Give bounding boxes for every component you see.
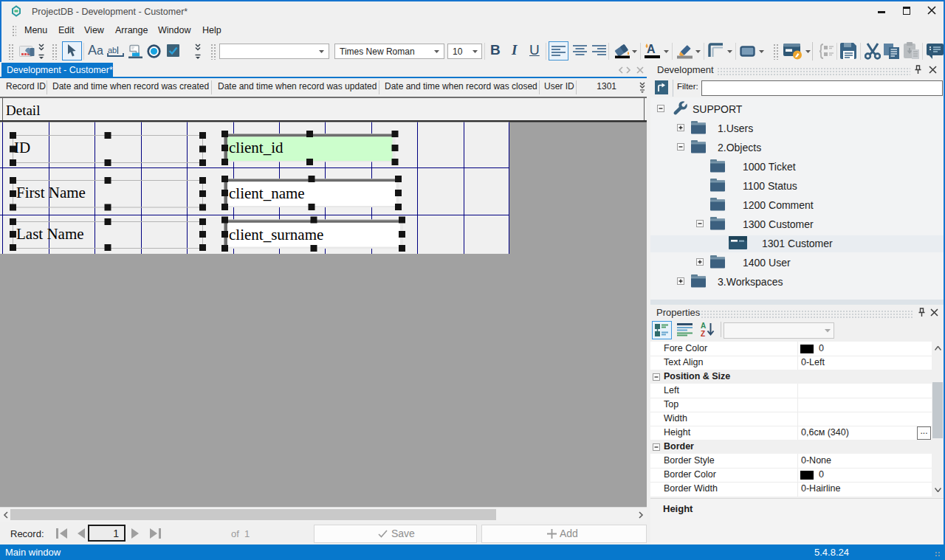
svg-text:client_id: client_id (229, 139, 284, 156)
svg-text:First Name: First Name (16, 184, 86, 201)
svg-text:Z: Z (701, 330, 705, 337)
svg-text:ab: ab (108, 46, 117, 55)
svg-text:ID: ID (14, 139, 30, 156)
svg-text:Last Name: Last Name (16, 225, 84, 243)
svg-text:client_name: client_name (229, 184, 305, 202)
svg-text:client_surname: client_surname (229, 226, 323, 243)
svg-text:A: A (701, 322, 706, 330)
